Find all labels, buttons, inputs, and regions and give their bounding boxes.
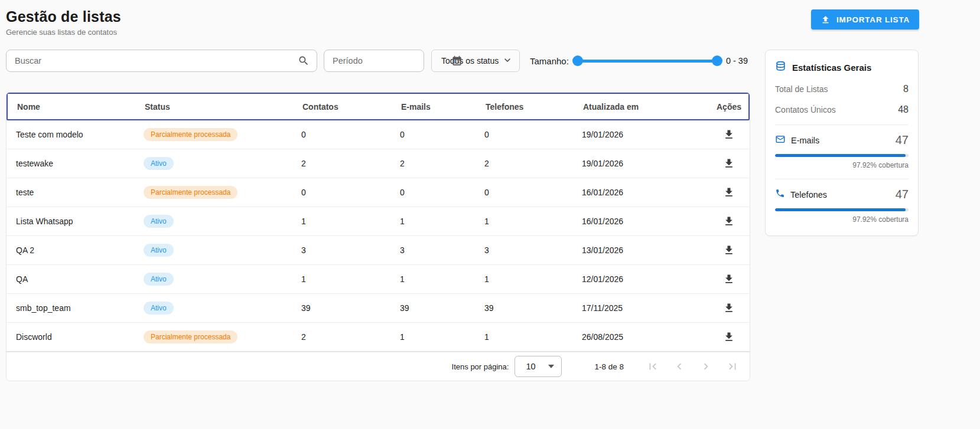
items-per-page-value: 10 bbox=[526, 362, 535, 371]
table-row[interactable]: testeParcialmente processada00016/01/202… bbox=[6, 178, 750, 207]
table-row[interactable]: Lista WhatsappAtivo11116/01/2026 bbox=[6, 207, 750, 236]
search-input[interactable] bbox=[6, 50, 298, 71]
import-list-button[interactable]: IMPORTAR LISTA bbox=[811, 9, 919, 30]
contatos-count: 2 bbox=[301, 332, 400, 342]
table-row[interactable]: testewakeAtivo22219/01/2026 bbox=[6, 149, 750, 178]
page-title: Gestão de listas bbox=[6, 8, 121, 25]
column-header-nome[interactable]: Nome bbox=[17, 102, 145, 112]
emails-count: 3 bbox=[400, 245, 484, 255]
status-badge: Parcialmente processada bbox=[144, 186, 237, 199]
contatos-count: 0 bbox=[301, 188, 400, 197]
contatos-count: 1 bbox=[301, 274, 400, 284]
telefones-metric-head: Telefones 47 bbox=[775, 188, 909, 201]
telefones-count: 1 bbox=[484, 217, 582, 226]
upload-icon bbox=[821, 15, 831, 25]
emails-count: 1 bbox=[400, 274, 484, 284]
updated-date: 17/11/2025 bbox=[582, 303, 712, 313]
slider-track[interactable] bbox=[574, 60, 721, 63]
emails-coverage-label: 97.92% cobertura bbox=[775, 161, 909, 169]
download-icon[interactable] bbox=[723, 129, 735, 140]
last-page-icon[interactable] bbox=[726, 360, 739, 373]
search-icon[interactable] bbox=[298, 55, 317, 67]
telefones-count: 0 bbox=[484, 188, 582, 197]
download-icon[interactable] bbox=[723, 158, 735, 169]
emails-count: 39 bbox=[400, 303, 484, 313]
download-icon[interactable] bbox=[723, 331, 735, 343]
column-header-atualizada[interactable]: Atualizada em bbox=[583, 102, 713, 112]
download-icon[interactable] bbox=[723, 244, 735, 256]
table-row[interactable]: Teste com modeloParcialmente processada0… bbox=[6, 120, 750, 149]
total-lists-label: Total de Listas bbox=[775, 84, 828, 94]
list-name: Discworld bbox=[16, 332, 144, 342]
telefones-coverage-label: 97.92% cobertura bbox=[775, 215, 909, 224]
next-page-icon[interactable] bbox=[699, 360, 712, 373]
download-icon[interactable] bbox=[723, 215, 735, 227]
updated-date: 26/08/2025 bbox=[582, 332, 712, 342]
stats-header: Estatísticas Gerais bbox=[775, 61, 909, 74]
table-row[interactable]: QAAtivo11112/01/2026 bbox=[6, 265, 750, 294]
items-per-page-select[interactable]: 10 bbox=[515, 356, 562, 377]
table-row[interactable]: smb_top_teamAtivo39393917/11/2025 bbox=[6, 294, 750, 323]
status-badge: Ativo bbox=[144, 273, 174, 286]
updated-date: 13/01/2026 bbox=[582, 245, 712, 255]
column-header-emails[interactable]: E-mails bbox=[401, 102, 486, 112]
chevron-down-icon bbox=[503, 55, 512, 67]
size-range-slider[interactable] bbox=[574, 55, 721, 66]
updated-date: 19/01/2026 bbox=[582, 130, 712, 139]
updated-date: 16/01/2026 bbox=[582, 217, 712, 226]
list-name: QA bbox=[16, 274, 144, 284]
list-name: QA 2 bbox=[16, 245, 144, 255]
main-column: Todos os status Tamanho: 0 - 39 bbox=[6, 50, 750, 381]
phone-icon bbox=[775, 188, 785, 201]
column-header-telefones[interactable]: Telefones bbox=[486, 102, 583, 112]
total-lists-stat: Total de Listas 8 bbox=[775, 84, 909, 94]
slider-thumb-min[interactable] bbox=[572, 55, 583, 66]
lists-table-card: Nome Status Contatos E-mails Telefones A… bbox=[6, 92, 750, 381]
pagination-controls bbox=[646, 360, 741, 373]
previous-page-icon[interactable] bbox=[673, 360, 686, 373]
slider-thumb-max[interactable] bbox=[712, 55, 722, 66]
contatos-count: 39 bbox=[301, 303, 400, 313]
first-page-icon[interactable] bbox=[646, 360, 659, 373]
emails-value: 47 bbox=[896, 133, 909, 147]
status-badge: Ativo bbox=[144, 215, 174, 228]
table-row[interactable]: DiscworldParcialmente processada21126/08… bbox=[6, 323, 750, 352]
status-badge: Ativo bbox=[144, 302, 174, 315]
size-label: Tamanho: bbox=[530, 56, 569, 66]
unique-contacts-value: 48 bbox=[898, 104, 909, 115]
list-name: teste bbox=[16, 188, 144, 197]
emails-progress-fill bbox=[775, 154, 906, 157]
column-header-status[interactable]: Status bbox=[145, 102, 302, 112]
download-icon[interactable] bbox=[723, 302, 735, 314]
stats-title: Estatísticas Gerais bbox=[792, 63, 871, 73]
general-stats-panel: Estatísticas Gerais Total de Listas 8 Co… bbox=[765, 50, 919, 236]
emails-label: E-mails bbox=[791, 136, 890, 145]
list-name: smb_top_team bbox=[16, 303, 144, 313]
column-header-contatos[interactable]: Contatos bbox=[302, 102, 401, 112]
search-box bbox=[6, 50, 317, 72]
table-row[interactable]: QA 2Ativo33313/01/2026 bbox=[6, 236, 750, 265]
status-badge: Parcialmente processada bbox=[144, 128, 237, 141]
period-input[interactable] bbox=[324, 50, 451, 71]
telefones-count: 3 bbox=[484, 245, 582, 255]
divider bbox=[775, 125, 909, 125]
telefones-progress-track bbox=[775, 208, 909, 211]
status-badge: Parcialmente processada bbox=[144, 330, 237, 343]
period-box bbox=[324, 50, 424, 72]
import-list-label: IMPORTAR LISTA bbox=[836, 15, 910, 24]
download-icon[interactable] bbox=[723, 273, 735, 285]
telefones-count: 39 bbox=[484, 303, 582, 313]
telefones-label: Telefones bbox=[790, 190, 890, 199]
telefones-metric: Telefones 47 97.92% cobertura bbox=[775, 188, 909, 224]
updated-date: 16/01/2026 bbox=[582, 188, 712, 197]
emails-count: 1 bbox=[400, 332, 484, 342]
contatos-count: 2 bbox=[301, 159, 400, 168]
filters-bar: Todos os status Tamanho: 0 - 39 bbox=[6, 50, 750, 72]
download-icon[interactable] bbox=[723, 186, 735, 198]
caret-down-icon bbox=[548, 365, 554, 368]
calendar-icon[interactable] bbox=[451, 55, 470, 67]
table-body: Teste com modeloParcialmente processada0… bbox=[6, 120, 750, 352]
divider bbox=[775, 179, 909, 179]
unique-contacts-label: Contatos Únicos bbox=[775, 105, 836, 114]
size-range-value: 0 - 39 bbox=[726, 56, 748, 66]
